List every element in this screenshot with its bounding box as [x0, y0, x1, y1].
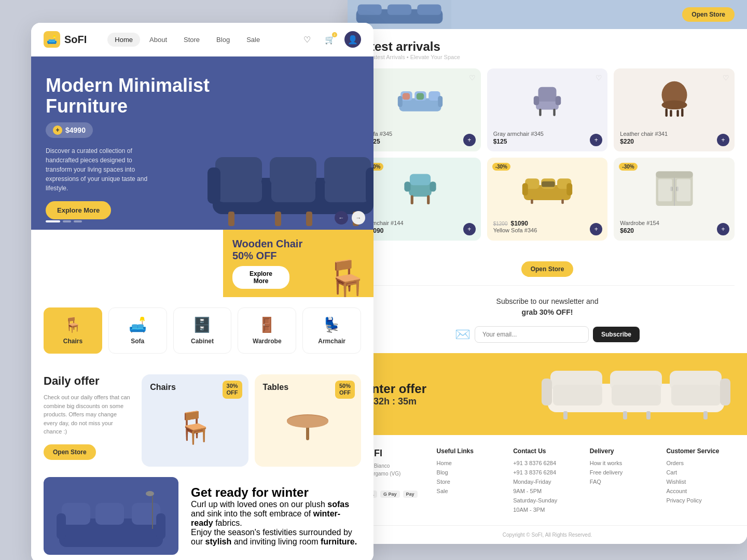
product-gray-armchair[interactable]: ♡: [487, 68, 608, 151]
footer-cs-wishlist[interactable]: Wishlist: [666, 479, 735, 485]
product-price-2: $125: [493, 138, 602, 145]
product-name-4: Armchair #144: [366, 220, 475, 226]
cabinet-label: Cabinet: [191, 338, 214, 345]
promo-title: Wooden Chair: [232, 238, 364, 250]
nav-store[interactable]: Store: [176, 33, 207, 47]
category-wardrobe[interactable]: 🚪 Wardrobe: [238, 307, 296, 354]
hero-cta-button[interactable]: Explore More: [46, 201, 111, 219]
footer-link-store[interactable]: Store: [437, 479, 505, 485]
nav-blog[interactable]: Blog: [209, 33, 237, 47]
category-chairs[interactable]: 🪑 Chairs: [44, 307, 102, 354]
svg-rect-80: [563, 411, 568, 419]
hero-title: Modern Minimalist Furniture: [46, 75, 222, 116]
product-heart-1[interactable]: ♡: [469, 74, 476, 82]
next-slide-button[interactable]: →: [352, 211, 365, 225]
winter-text: Get ready for winter Curl up with loved …: [178, 477, 374, 555]
open-store-button[interactable]: Open Store: [44, 444, 96, 460]
user-button[interactable]: 👤: [344, 31, 361, 48]
add-to-cart-1[interactable]: +: [463, 134, 476, 146]
newsletter-form: ✉️ Subscribe: [360, 326, 735, 343]
product-img-sofa: [366, 75, 475, 127]
product-armchair-144[interactable]: -30%: [360, 158, 481, 241]
add-to-cart-4[interactable]: +: [463, 223, 476, 235]
add-to-cart-6[interactable]: +: [717, 223, 729, 235]
nav-home[interactable]: Home: [107, 33, 140, 47]
product-wardrobe[interactable]: -30%: [614, 158, 735, 241]
discount-badge-5: -30%: [492, 163, 510, 171]
svg-rect-39: [534, 96, 540, 105]
winter-body: Curl up with loved ones on our plush sof…: [191, 500, 361, 547]
svg-point-15: [287, 415, 328, 428]
cart-button[interactable]: 🛒 2: [322, 31, 338, 48]
footer-delivery-link-1[interactable]: How it works: [590, 460, 658, 466]
daily-offer-title: Daily offer: [44, 374, 131, 388]
hero-section: Modern Minimalist Furniture + $4990 Disc…: [31, 57, 374, 230]
product-leather-chair[interactable]: ♡ Leather chair #341: [614, 68, 735, 151]
svg-rect-77: [671, 385, 721, 405]
product-heart-3[interactable]: ♡: [723, 74, 729, 82]
add-to-cart-5[interactable]: +: [590, 223, 602, 235]
svg-rect-5: [271, 179, 315, 202]
svg-rect-63: [561, 199, 564, 204]
product-heart-2[interactable]: ♡: [596, 74, 602, 82]
newsletter-email-input[interactable]: [475, 326, 589, 343]
chairs-icon: 🪑: [64, 316, 82, 333]
product-sofa-345[interactable]: ♡ Sofa: [360, 68, 481, 151]
footer-contact-title: Contact Us: [513, 447, 582, 455]
wishlist-button[interactable]: ♡: [299, 31, 315, 48]
nav-sale[interactable]: Sale: [239, 33, 267, 47]
chairs-label: Chairs: [63, 338, 82, 345]
chairs-offer-card[interactable]: Chairs 30% OFF 🪑: [142, 374, 248, 467]
category-sofa[interactable]: 🛋️ Sofa: [108, 307, 167, 354]
tables-offer-img: [263, 396, 353, 458]
product-price-3: $220: [620, 138, 728, 145]
tables-offer-card[interactable]: Tables 50% OFF: [255, 374, 361, 467]
indicator-2: [63, 220, 71, 222]
svg-rect-75: [553, 385, 602, 405]
add-to-cart-3[interactable]: +: [717, 134, 729, 146]
footer-cs-account[interactable]: Account: [666, 488, 735, 494]
prev-slide-button[interactable]: ←: [335, 211, 348, 225]
product-price-1: $125: [366, 138, 475, 145]
svg-rect-21: [57, 513, 66, 539]
logo-text: SoFI: [64, 34, 87, 46]
category-cabinet[interactable]: 🗄️ Cabinet: [173, 307, 232, 354]
footer-link-home[interactable]: Home: [437, 460, 505, 466]
newsletter-section: Subscribe to our newsletter and grab 30%…: [348, 286, 747, 353]
footer-link-blog[interactable]: Blog: [437, 469, 505, 475]
nav-about[interactable]: About: [142, 33, 174, 47]
winter-title: Get ready for winter: [191, 485, 361, 500]
svg-point-44: [661, 101, 687, 110]
footer-delivery-link-3[interactable]: FAQ: [590, 479, 658, 485]
logo[interactable]: 🛋️ SoFI: [44, 31, 87, 48]
footer-cs-cart[interactable]: Cart: [666, 469, 735, 475]
hero-description: Discover a curated collection of handcra…: [46, 146, 160, 193]
chairs-offer-badge: 30% OFF: [223, 381, 242, 398]
svg-rect-42: [553, 109, 555, 116]
footer-link-sale[interactable]: Sale: [437, 488, 505, 494]
gpay-icon: G Pay: [380, 491, 400, 498]
mid-open-store-button[interactable]: Open Store: [521, 261, 574, 277]
sofa-label: Sofa: [131, 338, 144, 345]
product-name-3: Leather chair #341: [620, 131, 728, 137]
footer-contact-list: +91 3 8376 6284 +91 3 8376 6284 Monday-F…: [513, 460, 582, 513]
category-armchair[interactable]: 💺 Armchair: [302, 307, 361, 354]
product-old-price-5: $1200: [493, 221, 508, 227]
svg-rect-83: [703, 411, 708, 419]
footer-hours-weekday: Monday-Friday: [513, 479, 582, 485]
daily-offer-description: Check out our daily offers that can comb…: [44, 393, 131, 436]
svg-rect-38: [536, 102, 559, 110]
svg-rect-26: [357, 4, 381, 15]
product-name-6: Wardrobe #154: [620, 220, 728, 226]
slide-controls: [31, 230, 223, 297]
promo-cta-button[interactable]: Explore More: [232, 266, 289, 289]
footer-cs-privacy[interactable]: Privacy Policy: [666, 497, 735, 503]
svg-rect-11: [306, 212, 312, 226]
footer-delivery-link-2[interactable]: Free delivery: [590, 469, 658, 475]
footer-cs-orders[interactable]: Orders: [666, 460, 735, 466]
product-yellow-sofa[interactable]: -30%: [487, 158, 608, 241]
newsletter-subscribe-button[interactable]: Subscribe: [593, 327, 640, 342]
chairs-offer-img: 🪑: [150, 396, 240, 458]
svg-rect-52: [430, 181, 436, 191]
svg-rect-45: [665, 108, 667, 117]
